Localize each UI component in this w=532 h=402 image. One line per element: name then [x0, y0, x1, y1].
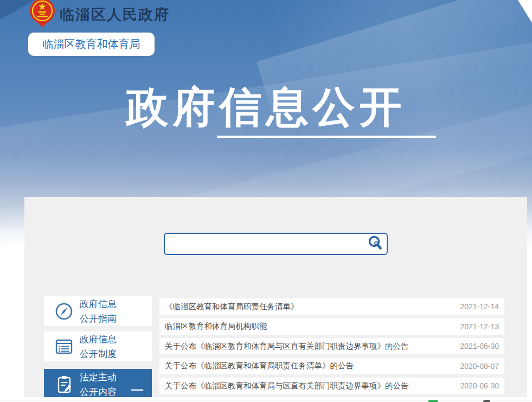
document-list-icon: [54, 337, 74, 356]
clipboard-pencil-icon: [54, 374, 74, 395]
news-title-link[interactable]: 关于公布《临淄区教育和体育局与区直有关部门职责边界事项》的公告: [165, 381, 409, 391]
news-date: 2020-08-07: [460, 362, 499, 371]
sidebar-menu: 政府信息 公开指南: [44, 296, 152, 397]
compass-icon: [54, 302, 74, 321]
news-title-link[interactable]: 临淄区教育和体育局机构职能: [165, 321, 267, 331]
news-title-link[interactable]: 关于公布《临淄区教育和体育局与区直有关部门职责边界事项》的公告: [165, 341, 409, 352]
site-name[interactable]: 临淄区人民政府: [60, 5, 170, 24]
news-title-link[interactable]: 《临淄区教育和体育局职责任务清单》: [165, 302, 299, 312]
magnifier-icon: [367, 235, 383, 251]
cut-off-dark-icon: [483, 400, 490, 402]
sidebar-item-system[interactable]: 政府信息 公开制度: [44, 331, 152, 361]
title-underline: [217, 136, 436, 138]
news-date: 2021-06-30: [460, 342, 499, 350]
news-title-link[interactable]: 关于公布《临淄区教育和体育局职责任务清单》的公告: [165, 361, 354, 371]
sidebar-item-guide[interactable]: 政府信息 公开指南: [44, 296, 152, 326]
list-item[interactable]: 关于公布《临淄区教育和体育局与区直有关部门职责边界事项》的公告 2021-06-…: [159, 338, 504, 354]
sidebar-item-label: 政府信息 公开制度: [80, 332, 117, 361]
list-item[interactable]: 关于公布《临淄区教育和体育局与区直有关部门职责边界事项》的公告 2020-06-…: [159, 378, 504, 394]
list-item[interactable]: 临淄区教育和体育局机构职能 2021-12-13: [159, 318, 504, 335]
org-tab-button[interactable]: 临淄区教育和体育局: [28, 33, 155, 56]
national-emblem-icon: [29, 0, 55, 27]
sidebar-item-statutory[interactable]: 法定主动 公开内容 —: [44, 369, 152, 397]
page-title: 政府信息公开: [0, 79, 532, 136]
news-date: 2020-06-30: [460, 381, 499, 390]
collapse-toggle[interactable]: —: [131, 382, 143, 397]
news-date: 2021-12-13: [460, 322, 499, 331]
news-date: 2021-12-14: [460, 302, 499, 311]
search-input[interactable]: [168, 234, 360, 255]
news-list: 《临淄区教育和体育局职责任务清单》 2021-12-14 临淄区教育和体育局机构…: [159, 298, 504, 397]
content-panel: 政府信息 公开指南: [24, 197, 527, 397]
page: 临淄区人民政府 临淄区教育和体育局 政府信息公开: [0, 0, 532, 402]
list-item[interactable]: 关于公布《临淄区教育和体育局职责任务清单》的公告 2020-08-07: [159, 358, 504, 374]
search-button[interactable]: [366, 235, 384, 253]
list-item[interactable]: 《临淄区教育和体育局职责任务清单》 2021-12-14: [159, 298, 504, 315]
search-box: [164, 233, 388, 255]
sidebar-item-label: 政府信息 公开指南: [80, 297, 117, 326]
page-bottom-border: [0, 400, 532, 400]
sidebar-item-label: 法定主动 公开内容: [80, 370, 117, 397]
